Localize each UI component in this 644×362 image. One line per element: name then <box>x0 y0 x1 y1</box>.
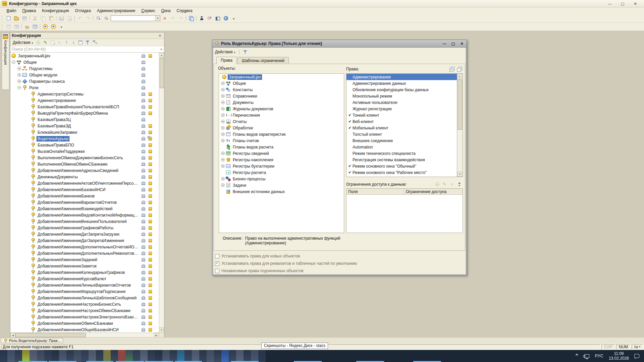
tree-item[interactable]: ДобавлениеИзменениеОбщейБазовойНСИ <box>10 326 159 333</box>
object-tree-item[interactable]: + Планы видов характеристик <box>219 131 344 137</box>
object-tree-item[interactable]: + Документы <box>219 99 344 106</box>
taskbar-app-block[interactable] <box>199 350 207 362</box>
dialog-close-button[interactable] <box>459 42 465 46</box>
tree-item[interactable]: + Параметры сеанса <box>10 78 159 84</box>
tree-item[interactable]: ВызовОнлайнПоддержки <box>10 148 159 155</box>
tree-item[interactable]: ДобавлениеИзменениеНастроекОбменСБанками <box>10 307 159 314</box>
tree-item[interactable]: − Роли <box>10 84 159 91</box>
object-tree-item[interactable]: + Обработки <box>219 125 344 131</box>
object-tree-item[interactable]: Планы видов расчета <box>219 144 344 150</box>
start-debugging-button[interactable] <box>41 23 49 30</box>
right-row[interactable]: Automation <box>346 144 457 150</box>
tree-item[interactable]: БазовыеПраваЭД <box>10 123 159 129</box>
tree-item[interactable]: ДобавлениеИзменениеМаршрутовПодписания <box>10 288 159 295</box>
network-icon[interactable] <box>584 354 589 358</box>
taskbar-app-block[interactable] <box>214 350 221 362</box>
object-tree-item[interactable]: + Планы счетов <box>219 137 344 144</box>
table-button[interactable] <box>31 23 39 30</box>
tree-item[interactable]: ВыполнениеОбменаОбменСБанками <box>10 161 159 167</box>
tree-item[interactable]: ДобавлениеИзменениеАктовОбУничтоженииПер… <box>10 180 159 186</box>
tree-item[interactable]: БазовыеПраваВнешнихПользователейБСП <box>10 104 159 110</box>
checkbox-row[interactable]: Устанавливать права для реквизитов и таб… <box>215 260 464 267</box>
expander-icon[interactable]: + <box>221 126 225 130</box>
taskbar-app-block[interactable] <box>74 350 81 362</box>
column-restriction[interactable]: Ограничение доступа <box>404 189 463 194</box>
tree-item[interactable]: БазовыеПраваБПО <box>10 142 159 148</box>
taskbar-app-block[interactable] <box>192 350 199 362</box>
tree-item[interactable]: ВыводНаПринтерФайлБуферОбмена <box>10 110 159 116</box>
object-tree-item[interactable]: + Регистры накопления <box>219 157 344 163</box>
right-row[interactable]: Монопольный режим <box>346 93 457 99</box>
taskbar-app-block[interactable] <box>177 350 184 362</box>
expander-icon[interactable]: + <box>221 132 225 136</box>
storage-button[interactable] <box>23 23 31 30</box>
tree-item[interactable]: Администрирование <box>10 97 159 104</box>
taskbar-app-block[interactable] <box>66 350 74 362</box>
expander-icon[interactable]: + <box>17 73 21 77</box>
tray-chevron-up-icon[interactable] <box>575 353 579 359</box>
taskbar-app-block[interactable] <box>258 350 266 362</box>
info-button[interactable] <box>222 15 230 22</box>
actions-dropdown-button[interactable]: Действия <box>11 40 35 45</box>
tree-item[interactable]: + Подсистемы <box>10 65 159 72</box>
copy-item-button[interactable] <box>49 39 56 46</box>
expander-icon[interactable]: + <box>221 81 225 85</box>
tree-item[interactable]: БазовыеПраваЗЦ <box>10 116 159 123</box>
taskbar-app-block[interactable] <box>133 350 140 362</box>
right-row[interactable]: Администрирование данных <box>346 80 457 86</box>
tree-item[interactable]: ДобавлениеИзменениеВариантовОтчетов <box>10 199 159 205</box>
expander-icon[interactable]: + <box>221 101 225 104</box>
taskbar-app-block[interactable] <box>52 350 59 362</box>
open-file-button[interactable] <box>12 15 20 22</box>
taskbar-app-block[interactable] <box>0 350 7 362</box>
object-tree-item[interactable]: + Отчеты <box>219 118 344 125</box>
taskbar-clock[interactable]: 11:09 13.02.2026 <box>609 351 629 361</box>
clear-search-icon[interactable] <box>159 48 164 51</box>
clear-search-button[interactable] <box>161 15 169 22</box>
tree-item[interactable]: ДобавлениеИзменениеНастроекЭлектронногоВ… <box>10 314 159 320</box>
menu-item[interactable]: Отладка <box>72 8 94 14</box>
taskbar-app-block[interactable] <box>162 350 170 362</box>
undo-button[interactable] <box>76 15 84 22</box>
expander-icon[interactable]: + <box>17 67 21 70</box>
expander-icon[interactable]: + <box>221 113 225 117</box>
taskbar-app-block[interactable] <box>37 350 44 362</box>
object-tree-item[interactable]: + Регистры бухгалтерии <box>219 163 344 169</box>
tree-item[interactable]: АдминистраторСистемы <box>10 91 159 97</box>
toolbar-grip[interactable] <box>2 24 3 29</box>
taskbar-app-block[interactable] <box>251 350 258 362</box>
right-row[interactable]: Веб-клиент <box>346 118 457 125</box>
taskbar-app-block[interactable] <box>170 350 177 362</box>
scroll-right-icon[interactable] <box>154 333 159 338</box>
tree-item[interactable]: ДобавлениеИзменениеКурсовВалют <box>10 276 159 282</box>
scroll-up-icon[interactable] <box>457 74 462 79</box>
go-forward-button[interactable] <box>177 15 185 22</box>
delete-button[interactable] <box>56 39 63 46</box>
right-row[interactable]: Режим основного окна "Обычный" <box>346 163 457 169</box>
tree-item[interactable]: ДобавлениеИзменениеВзаимодействий <box>10 205 159 212</box>
chevron-down-icon[interactable] <box>155 16 160 21</box>
taskbar-app-block[interactable] <box>111 350 118 362</box>
tree-item[interactable]: ДобавлениеИзменениеБазовойНСИ <box>10 186 159 193</box>
taskbar-app-block[interactable] <box>22 350 30 362</box>
taskbar-app-block[interactable] <box>236 350 244 362</box>
tree-item[interactable]: ДобавлениеИзменениеДатЗапретаИзменения <box>10 237 159 244</box>
expander-icon[interactable]: + <box>221 120 225 123</box>
scrollbar-thumb[interactable] <box>15 333 86 337</box>
object-tree-item[interactable]: ЗаправочныйЦех <box>219 74 344 80</box>
templates-button[interactable] <box>214 15 222 22</box>
taskbar-app-block[interactable] <box>81 350 89 362</box>
expander-icon[interactable]: + <box>221 183 225 187</box>
taskbar-app-block[interactable] <box>103 350 111 362</box>
taskbar-app-block[interactable] <box>229 350 236 362</box>
checkbox[interactable] <box>215 269 219 273</box>
taskbar-app-block[interactable] <box>140 350 148 362</box>
tree-item[interactable]: ДобавлениеИзменениеЗаданий <box>10 256 159 263</box>
taskbar-app-block[interactable] <box>207 350 214 362</box>
tree-item[interactable]: ДобавлениеИзменениеЛичныхВариантовОтчето… <box>10 282 159 288</box>
object-tree-item[interactable]: + Справочники <box>219 93 344 99</box>
object-tree-item[interactable]: + Общие <box>219 80 344 86</box>
search-combobox[interactable] <box>110 15 161 22</box>
right-row[interactable]: Внешнее соединение <box>346 137 457 144</box>
taskbar-app-block[interactable] <box>59 350 66 362</box>
